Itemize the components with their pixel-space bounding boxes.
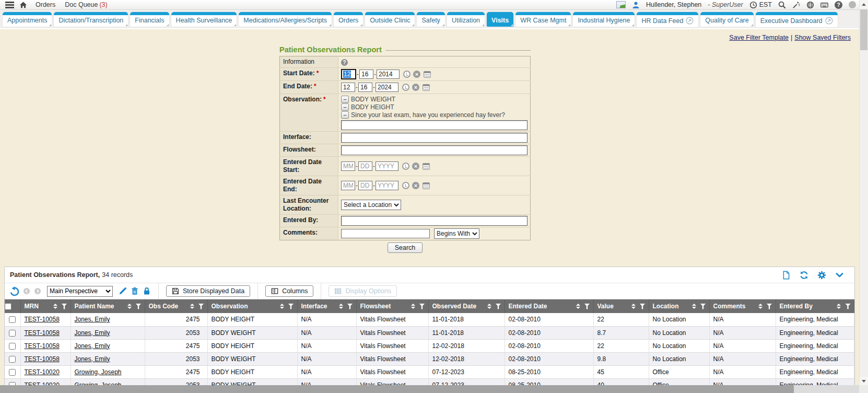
wand-icon[interactable]	[792, 1, 800, 9]
filter-icon[interactable]	[136, 304, 142, 309]
patient-name-link[interactable]: Jones, Emily	[75, 316, 110, 323]
end-date-day-input[interactable]	[358, 83, 372, 92]
entered-date-end-year-input[interactable]	[376, 181, 398, 190]
sort-icon[interactable]	[576, 304, 580, 309]
sort-icon[interactable]	[53, 304, 57, 309]
gear-icon[interactable]	[817, 271, 826, 280]
sort-icon[interactable]	[758, 304, 763, 309]
filter-icon[interactable]	[584, 304, 590, 309]
search-icon[interactable]	[778, 1, 786, 9]
start-date-day-input[interactable]	[359, 70, 373, 79]
back-icon[interactable]	[23, 287, 30, 295]
column-header-patient-name[interactable]: Patient Name	[71, 299, 145, 313]
column-header-mrn[interactable]: MRN	[20, 299, 71, 313]
tab-industrial-hygiene[interactable]: Industrial Hygiene	[573, 12, 635, 27]
vertical-scroll-thumb[interactable]	[860, 9, 867, 50]
comments-match-select[interactable]: Begins With	[434, 228, 479, 239]
entered-date-start-day-input[interactable]	[358, 161, 372, 171]
user-name[interactable]: Hullender, Stephen	[646, 1, 701, 8]
time-icon[interactable]	[402, 84, 409, 91]
filter-icon[interactable]	[198, 304, 204, 309]
filter-icon[interactable]	[62, 304, 67, 309]
time-icon[interactable]	[402, 163, 409, 170]
tab-visits[interactable]: Visits	[487, 12, 513, 27]
timezone-widget[interactable]: EST	[749, 1, 772, 9]
entered-by-input[interactable]	[341, 216, 527, 226]
table-row[interactable]: TEST-10058Jones, Emily2475BODY HEIGHTN/A…	[5, 339, 854, 352]
new-document-icon[interactable]	[782, 271, 791, 280]
last-encounter-location-select[interactable]: Select a Location	[341, 200, 401, 210]
row-checkbox[interactable]	[9, 330, 16, 337]
calendar-icon[interactable]	[423, 182, 430, 189]
calendar-icon[interactable]	[424, 71, 431, 78]
remove-observation-button[interactable]	[341, 111, 349, 119]
flowsheet-input[interactable]	[341, 145, 527, 155]
tab-utilization[interactable]: Utilization	[447, 12, 485, 27]
row-checkbox[interactable]	[9, 343, 16, 350]
mrn-link[interactable]: TEST-10058	[25, 329, 60, 337]
search-button[interactable]: Search	[388, 242, 423, 253]
scroll-down-button[interactable]	[860, 377, 868, 385]
help-icon[interactable]	[835, 1, 842, 9]
keyboard-icon[interactable]	[820, 1, 828, 9]
filter-icon[interactable]	[640, 304, 646, 309]
mrn-link[interactable]: TEST-10058	[25, 316, 60, 323]
tab-financials[interactable]: Financials	[130, 12, 169, 27]
entered-date-start-month-input[interactable]	[341, 161, 355, 171]
mrn-link[interactable]: TEST-10020	[25, 382, 60, 386]
column-header-interface[interactable]: Interface	[297, 299, 356, 313]
nav-orders[interactable]: Orders	[36, 1, 55, 8]
start-date-month-input[interactable]: 12	[341, 69, 356, 79]
lock-icon[interactable]	[143, 287, 151, 295]
end-date-month-input[interactable]	[341, 83, 355, 92]
home-icon[interactable]	[19, 1, 27, 9]
column-header-observed-date[interactable]: Observed Date	[428, 299, 505, 313]
tab-hr-data-feed[interactable]: HR Data Feed	[637, 12, 698, 27]
filter-icon[interactable]	[419, 304, 425, 309]
calendar-icon[interactable]	[423, 84, 430, 91]
interface-input[interactable]	[341, 133, 527, 143]
picture-icon[interactable]	[616, 1, 626, 8]
tab-quality-of-care[interactable]: Quality of Care	[700, 12, 753, 27]
tab-outside-clinic[interactable]: Outside Clinic	[365, 12, 415, 27]
table-row[interactable]: TEST-10058Jones, Emily2053BODY WEIGHTN/A…	[5, 326, 854, 339]
filter-icon[interactable]	[845, 304, 851, 309]
filter-icon[interactable]	[700, 304, 706, 309]
row-checkbox[interactable]	[9, 356, 16, 363]
globe-icon[interactable]	[806, 1, 814, 9]
store-displayed-data-button[interactable]: Store Displayed Data	[166, 285, 250, 297]
remove-observation-button[interactable]	[341, 103, 349, 111]
sort-icon[interactable]	[280, 304, 284, 309]
entered-date-end-month-input[interactable]	[341, 181, 355, 190]
clear-date-icon[interactable]	[413, 71, 420, 78]
patient-name-link[interactable]: Jones, Emily	[75, 355, 110, 363]
end-date-year-input[interactable]	[376, 83, 398, 92]
sort-icon[interactable]	[127, 304, 132, 309]
tab-orders[interactable]: Orders	[334, 12, 363, 27]
edit-pencil-icon[interactable]	[119, 287, 127, 295]
patient-name-link[interactable]: Jones, Emily	[75, 342, 110, 350]
mrn-link[interactable]: TEST-10058	[25, 342, 60, 350]
sort-icon[interactable]	[411, 304, 415, 309]
info-help-icon[interactable]	[341, 59, 348, 66]
vertical-scrollbar[interactable]	[859, 0, 868, 385]
tab-safety[interactable]: Safety	[417, 12, 444, 27]
patient-name-link[interactable]: Growing, Joseph	[75, 382, 122, 386]
remove-observation-button[interactable]	[341, 96, 349, 103]
tab-appointments[interactable]: Appointments	[3, 12, 52, 27]
column-header-entered-by[interactable]: Entered By	[776, 299, 854, 313]
save-filter-template-link[interactable]: Save Filter Template	[729, 34, 789, 41]
undo-icon[interactable]	[9, 286, 19, 296]
filter-icon[interactable]	[496, 304, 501, 309]
table-row[interactable]: TEST-10020Growing, Joseph2475BODY HEIGHT…	[5, 365, 854, 378]
column-header-comments[interactable]: Comments	[709, 299, 776, 313]
time-icon[interactable]	[402, 182, 409, 189]
mrn-link[interactable]: TEST-10020	[25, 368, 60, 376]
filter-icon[interactable]	[767, 304, 772, 309]
patient-name-link[interactable]: Jones, Emily	[75, 329, 110, 337]
observation-search-input[interactable]	[341, 120, 527, 130]
nav-doc-queue[interactable]: Doc Queue(3)	[65, 1, 108, 8]
user-icon[interactable]	[632, 1, 640, 9]
scroll-up-button[interactable]	[860, 0, 868, 8]
table-row[interactable]: TEST-10020Growing, Joseph2053BODY WEIGHT…	[5, 378, 854, 385]
